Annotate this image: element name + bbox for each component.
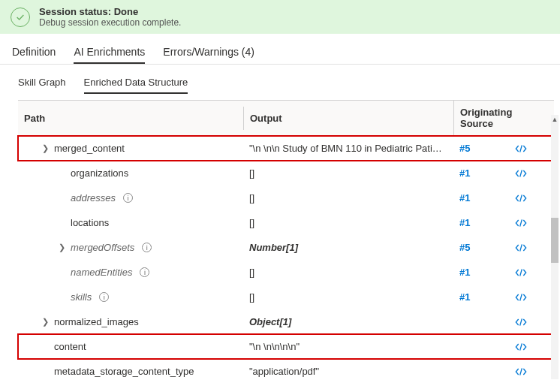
code-icon[interactable] xyxy=(506,367,536,376)
output-cell: Number[1] xyxy=(243,242,453,253)
table-row: ❯locations[]#1 xyxy=(18,210,554,235)
code-icon[interactable] xyxy=(506,169,536,178)
table-row: ❯metadata_storage_size76451 xyxy=(18,384,554,392)
svg-line-5 xyxy=(520,269,522,276)
svg-line-9 xyxy=(520,368,522,375)
status-subtitle: Debug session execution complete. xyxy=(39,17,181,28)
svg-line-6 xyxy=(520,294,522,300)
scrollbar-thumb[interactable] xyxy=(551,218,558,263)
table-row: ❯normalized_imagesObject[1] xyxy=(18,309,554,334)
source-cell: #1 xyxy=(453,217,506,228)
path-cell: ❯skillsi xyxy=(18,291,243,303)
path-label: merged_content xyxy=(54,143,125,154)
path-cell: ❯mergedOffsetsi xyxy=(18,242,243,253)
tab-definition[interactable]: Definition xyxy=(12,41,56,64)
status-bar: Session status: Done Debug session execu… xyxy=(0,0,560,34)
path-cell: ❯content xyxy=(18,341,243,352)
path-label: namedEntities xyxy=(71,267,132,278)
path-cell: ❯metadata_storage_content_type xyxy=(18,366,243,377)
table-row: ❯merged_content"\n \n\n Study of BMN 110… xyxy=(18,136,554,161)
path-label: organizations xyxy=(71,167,128,179)
output-cell: [] xyxy=(243,217,453,228)
code-icon[interactable] xyxy=(506,318,536,327)
source-cell: #5 xyxy=(453,242,506,253)
code-icon[interactable] xyxy=(506,219,536,228)
svg-line-0 xyxy=(520,145,522,152)
main-tabs: Definition AI Enrichments Errors/Warning… xyxy=(0,34,560,65)
table-row: ❯mergedOffsetsiNumber[1]#5 xyxy=(18,235,554,260)
subtab-enriched-data-structure[interactable]: Enriched Data Structure xyxy=(84,72,188,94)
chevron-right-icon[interactable]: ❯ xyxy=(57,243,66,252)
info-icon[interactable]: i xyxy=(123,193,133,203)
col-source: Originating Source xyxy=(453,101,536,135)
info-icon[interactable]: i xyxy=(99,292,109,302)
info-icon[interactable]: i xyxy=(142,243,152,252)
code-icon[interactable] xyxy=(506,268,536,277)
chevron-right-icon[interactable]: ❯ xyxy=(41,317,50,327)
path-cell: ❯addressesi xyxy=(18,192,243,204)
path-label: locations xyxy=(71,217,109,228)
status-text: Session status: Done Debug session execu… xyxy=(39,6,181,28)
path-cell: ❯normalized_images xyxy=(18,316,243,327)
table-row: ❯skillsi[]#1 xyxy=(18,285,554,309)
output-cell: [] xyxy=(243,267,453,278)
output-cell: "\n \n\n\n\n" xyxy=(243,341,453,352)
source-cell: #1 xyxy=(453,267,506,278)
source-cell: #1 xyxy=(453,291,506,303)
source-link[interactable]: #1 xyxy=(459,291,470,303)
path-cell: ❯organizations xyxy=(18,167,243,179)
table-header: Path Output Originating Source xyxy=(18,100,554,136)
table-row: ❯organizations[]#1 xyxy=(18,161,554,185)
svg-line-7 xyxy=(520,318,522,325)
scroll-up-arrow-icon[interactable]: ▲ xyxy=(551,115,558,124)
table-row: ❯content"\n \n\n\n\n" xyxy=(18,334,554,359)
svg-line-1 xyxy=(520,170,522,176)
table-row: ❯addressesi[]#1 xyxy=(18,185,554,210)
source-link[interactable]: #5 xyxy=(459,242,470,253)
source-link[interactable]: #5 xyxy=(459,143,470,154)
path-label: content xyxy=(54,341,86,352)
svg-line-4 xyxy=(520,244,522,251)
tab-ai-enrichments[interactable]: AI Enrichments xyxy=(74,41,145,64)
code-icon[interactable] xyxy=(506,144,536,153)
table-row: ❯namedEntitiesi[]#1 xyxy=(18,260,554,285)
col-path: Path xyxy=(18,107,243,130)
code-icon[interactable] xyxy=(506,342,536,351)
source-cell: #5 xyxy=(453,143,506,154)
table-body: ❯merged_content"\n \n\n Study of BMN 110… xyxy=(18,136,554,392)
output-cell: [] xyxy=(243,167,453,179)
checkmark-icon xyxy=(11,8,30,27)
path-label: skills xyxy=(71,291,92,303)
source-link[interactable]: #1 xyxy=(459,167,470,179)
source-link[interactable]: #1 xyxy=(459,267,470,278)
tab-errors-warnings[interactable]: Errors/Warnings (4) xyxy=(163,41,254,64)
path-cell: ❯namedEntitiesi xyxy=(18,267,243,278)
code-icon[interactable] xyxy=(506,194,536,203)
path-label: mergedOffsets xyxy=(71,242,134,253)
path-label: metadata_storage_content_type xyxy=(54,366,194,377)
chevron-right-icon[interactable]: ❯ xyxy=(41,143,50,153)
path-cell: ❯merged_content xyxy=(18,143,243,154)
status-title: Session status: Done xyxy=(39,6,181,17)
svg-line-3 xyxy=(520,219,522,226)
code-icon[interactable] xyxy=(506,243,536,252)
table-row: ❯metadata_storage_content_type"applicati… xyxy=(18,359,554,384)
info-icon[interactable]: i xyxy=(140,267,149,277)
path-cell: ❯locations xyxy=(18,217,243,228)
output-cell: Object[1] xyxy=(243,316,453,327)
output-cell: [] xyxy=(243,192,453,204)
svg-line-8 xyxy=(520,343,522,350)
output-cell: [] xyxy=(243,291,453,303)
subtab-skill-graph[interactable]: Skill Graph xyxy=(18,72,66,94)
source-link[interactable]: #1 xyxy=(459,217,470,228)
path-label: normalized_images xyxy=(54,316,139,327)
source-cell: #1 xyxy=(453,167,506,179)
output-cell: "\n \n\n Study of BMN 110 in Pediatric P… xyxy=(243,143,453,154)
col-output: Output xyxy=(243,107,453,130)
data-table: Path Output Originating Source ❯merged_c… xyxy=(0,100,560,392)
svg-line-2 xyxy=(520,194,522,201)
code-icon[interactable] xyxy=(506,293,536,302)
source-link[interactable]: #1 xyxy=(459,192,470,204)
source-cell: #1 xyxy=(453,192,506,204)
path-label: addresses xyxy=(71,192,116,204)
